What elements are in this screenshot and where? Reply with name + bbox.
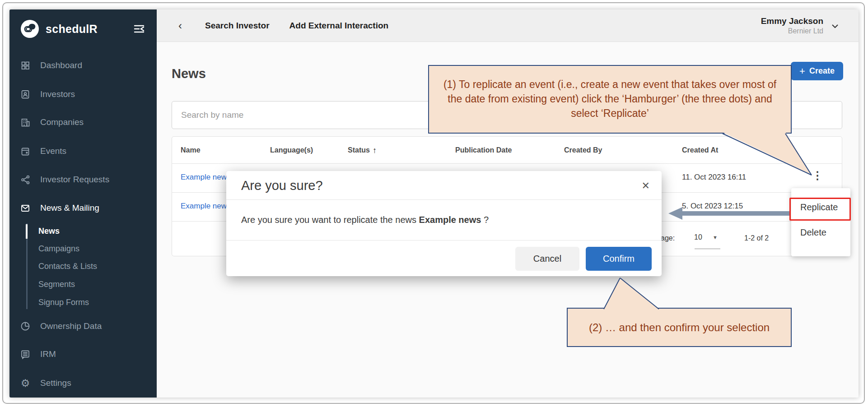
sidebar-item-dashboard[interactable]: Dashboard (20, 59, 157, 72)
sidebar-item-events[interactable]: Events (20, 145, 157, 157)
subitem-label: Signup Forms (38, 298, 89, 307)
back-chevron-icon[interactable]: ‹ (178, 19, 182, 32)
rows-per-page-select[interactable]: 10 ▼ (694, 233, 720, 241)
divider (226, 199, 662, 200)
sidebar-item-label: Ownership Data (40, 321, 102, 331)
dialog-body: Are you sure you want to replicate the n… (241, 215, 489, 225)
rows-per-page-value: 10 (694, 233, 702, 241)
news-link[interactable]: Example news (181, 173, 231, 182)
sidebar-item-label: Investor Requests (40, 175, 109, 185)
pie-chart-icon (20, 321, 30, 331)
create-button-label: Create (809, 66, 835, 76)
dialog-title: Are you sure? (241, 178, 323, 193)
mail-icon (20, 203, 30, 213)
subitem-label: Contacts & Lists (38, 262, 97, 271)
dashboard-grid-icon (20, 60, 30, 70)
create-button[interactable]: + Create (791, 62, 843, 80)
user-menu[interactable]: Emmy Jackson Bernier Ltd (761, 9, 839, 42)
column-header-name[interactable]: Name (181, 137, 201, 164)
subnav-active-indicator (26, 224, 28, 239)
sidebar: schedulR Dashboard Investors (9, 9, 157, 398)
cancel-button[interactable]: Cancel (515, 247, 579, 271)
sidebar-item-news-mailing[interactable]: News & Mailing (20, 202, 157, 214)
sidebar-subitem-campaigns[interactable]: Campaigns (38, 243, 157, 254)
sidebar-item-label: News & Mailing (40, 203, 99, 213)
annotation-callout-2: (2) … and then confirm your selection (567, 308, 792, 347)
annotation-callout-1: (1) To replicate an event (i.e., create … (428, 65, 792, 134)
user-company: Bernier Ltd (761, 27, 823, 35)
callout-1-text: (1) To replicate an event (i.e., create … (439, 78, 781, 120)
close-icon[interactable]: ✕ (642, 180, 650, 192)
column-header-publication-date[interactable]: Publication Date (455, 137, 512, 164)
menu-item-delete[interactable]: Delete (791, 220, 850, 245)
topnav-add-external-interaction[interactable]: Add External Interaction (289, 21, 389, 31)
sidebar-item-label: IRM (40, 349, 56, 359)
share-icon (20, 175, 30, 185)
row-context-menu: Replicate Delete (791, 188, 850, 256)
select-caret-icon: ▼ (713, 235, 718, 240)
divider (226, 240, 662, 240)
column-header-languages[interactable]: Language(s) (270, 137, 313, 164)
logo-text: schedulR (46, 23, 98, 36)
kebab-menu-icon[interactable]: ⋮ (811, 169, 824, 186)
building-icon (20, 117, 30, 127)
chat-icon (20, 349, 30, 359)
callout-2-text: (2) … and then confirm your selection (589, 321, 770, 334)
gear-icon: ⚙ (20, 378, 30, 388)
plus-icon: + (799, 65, 805, 77)
created-at-value: 5. Oct 2023 12:15 (682, 202, 743, 211)
sidebar-item-ownership-data[interactable]: Ownership Data (20, 320, 157, 333)
sidebar-item-investor-requests[interactable]: Investor Requests (20, 173, 157, 186)
column-header-status[interactable]: Status ↑ (348, 137, 377, 164)
sidebar-item-label: Settings (40, 378, 71, 388)
table-header-row: Name Language(s) Status ↑ Publication Da… (172, 137, 842, 164)
badge-icon (20, 89, 30, 99)
sidebar-item-companies[interactable]: Companies (20, 116, 157, 129)
sidebar-subitem-news[interactable]: News (38, 225, 157, 237)
column-header-created-at[interactable]: Created At (682, 137, 718, 164)
sidebar-item-label: Companies (40, 117, 84, 127)
select-underline (695, 249, 720, 249)
sidebar-item-label: Investors (40, 89, 75, 99)
sort-ascending-icon: ↑ (373, 146, 377, 155)
topbar: ‹ Search Investor Add External Interacti… (157, 9, 859, 42)
sidebar-item-investors[interactable]: Investors (20, 88, 157, 101)
pagination-range: 1-2 of 2 (744, 234, 769, 242)
user-name: Emmy Jackson (761, 16, 823, 26)
app-window: schedulR Dashboard Investors (9, 9, 859, 398)
sidebar-item-irm[interactable]: IRM (20, 348, 157, 361)
sidebar-subitem-segments[interactable]: Segments (38, 278, 157, 290)
page-title: News (172, 66, 206, 81)
calendar-icon (20, 146, 30, 156)
sidebar-item-settings[interactable]: ⚙ Settings (20, 377, 157, 389)
subitem-label: Segments (38, 280, 75, 289)
menu-item-replicate[interactable]: Replicate (791, 194, 850, 220)
sidebar-subitem-contacts-lists[interactable]: Contacts & Lists (38, 260, 157, 272)
news-link[interactable]: Example news (181, 202, 231, 211)
rows-per-page-label: age: (661, 234, 675, 242)
logo: schedulR (20, 19, 98, 38)
confirm-button[interactable]: Confirm (586, 247, 652, 271)
sidebar-item-label: Events (40, 146, 66, 156)
chevron-down-icon (831, 22, 839, 30)
sidebar-subitem-signup-forms[interactable]: Signup Forms (38, 296, 157, 308)
column-header-created-by[interactable]: Created By (564, 137, 602, 164)
schedulr-logo-icon (20, 19, 39, 38)
subitem-label: Campaigns (38, 244, 79, 254)
created-at-value: 11. Oct 2023 16:11 (682, 173, 746, 182)
subitem-label: News (38, 227, 60, 236)
confirm-dialog: Are you sure? ✕ Are you sure you want to… (226, 171, 662, 276)
topnav-search-investor[interactable]: Search Investor (205, 21, 270, 31)
sidebar-collapse-icon[interactable] (133, 24, 145, 36)
sidebar-item-label: Dashboard (40, 60, 82, 70)
